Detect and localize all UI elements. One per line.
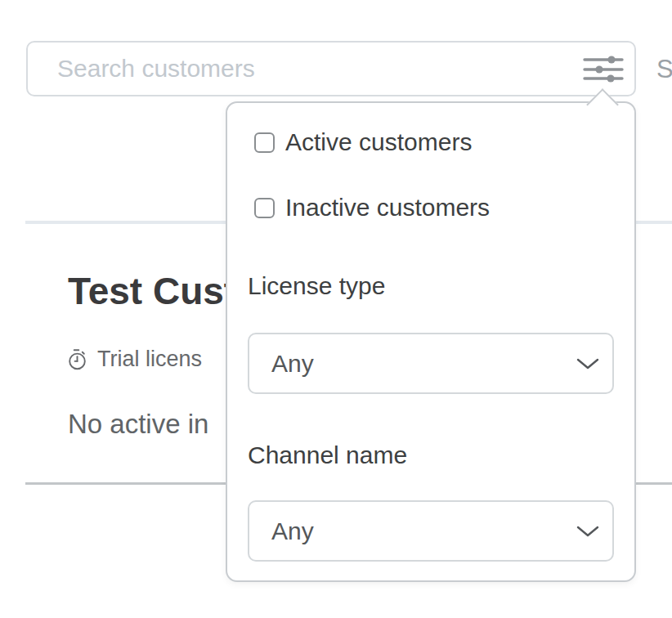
inactive-customers-checkbox-row[interactable]: Inactive customers xyxy=(254,195,490,221)
search-box xyxy=(26,41,636,96)
inactive-customers-checkbox[interactable] xyxy=(254,198,275,218)
sort-label-fragment: S xyxy=(656,56,672,83)
chevron-down-icon xyxy=(576,525,599,538)
customers-screen: S Test Cust Trial licens No active in Ac… xyxy=(0,0,672,618)
license-type-select-value: Any xyxy=(249,350,576,378)
filter-button[interactable] xyxy=(579,47,628,90)
chevron-down-icon xyxy=(576,357,599,370)
active-customers-label: Active customers xyxy=(285,129,472,155)
channel-name-select-value: Any xyxy=(249,517,576,545)
channel-name-field-label: Channel name xyxy=(248,442,407,468)
license-type-field-label: License type xyxy=(248,273,385,299)
customer-status-text: No active in xyxy=(68,409,208,440)
channel-name-select[interactable]: Any xyxy=(248,500,614,562)
license-row: Trial licens xyxy=(66,347,202,372)
inactive-customers-label: Inactive customers xyxy=(285,195,490,221)
customer-name-title: Test Cust xyxy=(68,272,236,310)
active-customers-checkbox[interactable] xyxy=(254,132,275,153)
active-customers-checkbox-row[interactable]: Active customers xyxy=(254,129,472,155)
license-type-select[interactable]: Any xyxy=(248,333,614,394)
sliders-icon xyxy=(583,53,624,84)
timer-icon xyxy=(66,348,88,371)
search-input[interactable] xyxy=(28,43,634,95)
filter-popover: Active customers Inactive customers Lice… xyxy=(226,101,636,582)
license-type-text: Trial licens xyxy=(97,347,202,372)
